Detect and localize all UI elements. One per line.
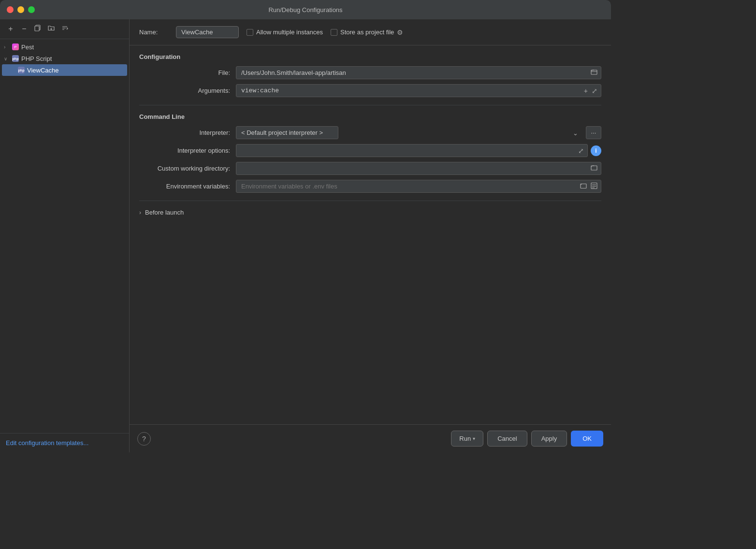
- allow-multiple-checkbox[interactable]: [247, 29, 253, 36]
- remove-icon: −: [22, 25, 26, 33]
- add-config-button[interactable]: +: [5, 23, 16, 35]
- arguments-label: Arguments:: [139, 87, 236, 94]
- gear-icon[interactable]: ⚙: [397, 29, 403, 36]
- interpreter-options-actions: ⤢: [577, 146, 585, 156]
- pest-icon: P: [12, 43, 19, 51]
- run-button-group: Run ▾: [451, 431, 483, 447]
- arguments-control: + ⤢: [236, 84, 601, 97]
- custom-working-dir-actions: [590, 163, 598, 173]
- edit-templates-link[interactable]: Edit configuration templates...: [6, 439, 88, 447]
- copy-config-button[interactable]: [32, 23, 44, 35]
- interpreter-label: Interpreter:: [139, 129, 236, 136]
- minimize-button[interactable]: [17, 6, 24, 13]
- interpreter-row: Interpreter: < Default project interpret…: [139, 126, 601, 139]
- file-row: File:: [139, 66, 601, 79]
- store-as-project-checkbox[interactable]: [331, 29, 337, 36]
- interpreter-options-label: Interpreter options:: [139, 147, 236, 154]
- sort-icon: [61, 25, 68, 33]
- before-launch-label: Before launch: [145, 209, 184, 216]
- env-list-button[interactable]: [590, 181, 598, 191]
- env-input-wrapper: [236, 180, 601, 193]
- file-input[interactable]: [236, 66, 601, 79]
- section-separator-2: [139, 201, 601, 201]
- custom-working-dir-input[interactable]: [236, 162, 601, 175]
- arguments-input-wrapper: + ⤢: [236, 84, 601, 97]
- arguments-input[interactable]: [236, 84, 601, 97]
- new-folder-button[interactable]: [45, 23, 57, 35]
- interpreter-select-wrapper: < Default project interpreter >: [236, 126, 583, 139]
- env-actions: [579, 181, 598, 191]
- run-button[interactable]: Run ▾: [451, 431, 483, 447]
- before-launch-section[interactable]: › Before launch: [139, 209, 601, 216]
- before-launch-chevron-icon: ›: [139, 209, 141, 216]
- config-header: Name: Allow multiple instances Store as …: [130, 19, 611, 45]
- main-content: + −: [0, 19, 611, 452]
- arguments-expand-button[interactable]: ⤢: [591, 86, 598, 96]
- interpreter-options-row: Interpreter options: ⤢ i: [139, 144, 601, 157]
- chevron-right-icon: ›: [4, 44, 10, 50]
- interpreter-select-row: < Default project interpreter > ···: [236, 126, 601, 139]
- section-separator-1: [139, 105, 601, 105]
- interpreter-options-input[interactable]: [236, 144, 588, 157]
- env-variables-input[interactable]: [236, 180, 601, 193]
- help-button[interactable]: ?: [137, 432, 151, 446]
- sidebar-item-php-script-group[interactable]: ∨ php PHP Script: [0, 53, 129, 64]
- interpreter-options-info-button[interactable]: i: [591, 145, 601, 156]
- interpreter-options-input-wrapper: ⤢: [236, 144, 588, 157]
- apply-button[interactable]: Apply: [531, 431, 567, 447]
- sidebar-items: › P Pest ∨ php PHP Script php ViewCache: [0, 39, 129, 433]
- custom-working-dir-row: Custom working directory:: [139, 162, 601, 175]
- title-bar: Run/Debug Configurations: [0, 0, 611, 19]
- config-body: Configuration File:: [130, 45, 611, 424]
- allow-multiple-group: Allow multiple instances: [247, 29, 323, 36]
- custom-working-dir-control: [236, 162, 601, 175]
- interpreter-options-expand-button[interactable]: ⤢: [577, 146, 585, 156]
- env-folder-button[interactable]: [579, 181, 588, 191]
- sidebar-item-viewcache[interactable]: php ViewCache: [2, 64, 127, 76]
- sort-button[interactable]: [59, 23, 71, 35]
- sidebar-toolbar: + −: [0, 19, 129, 39]
- interpreter-select[interactable]: < Default project interpreter >: [236, 126, 338, 139]
- cancel-button[interactable]: Cancel: [487, 431, 527, 447]
- env-variables-label: Environment variables:: [139, 183, 236, 190]
- viewcache-php-icon: php: [17, 66, 25, 74]
- file-browse-button[interactable]: [590, 68, 598, 78]
- name-label: Name:: [139, 29, 168, 36]
- viewcache-label: ViewCache: [27, 67, 59, 74]
- pest-group-label: Pest: [21, 43, 34, 51]
- sidebar: + −: [0, 19, 130, 452]
- env-variables-row: Environment variables:: [139, 180, 601, 193]
- name-input[interactable]: [176, 26, 239, 38]
- env-variables-control: [236, 180, 601, 193]
- chevron-down-icon: ∨: [4, 56, 10, 61]
- interpreter-options-control: ⤢ i: [236, 144, 601, 157]
- run-label: Run: [459, 435, 471, 442]
- store-as-project-label: Store as project file: [340, 29, 394, 36]
- file-input-actions: [590, 68, 598, 78]
- remove-config-button[interactable]: −: [18, 23, 30, 35]
- ok-button[interactable]: OK: [571, 431, 603, 447]
- interpreter-control: < Default project interpreter > ···: [236, 126, 601, 139]
- php-script-group-label: PHP Script: [21, 55, 52, 62]
- run-dropdown-icon: ▾: [473, 436, 475, 441]
- sidebar-item-pest[interactable]: › P Pest: [0, 41, 129, 53]
- allow-multiple-label: Allow multiple instances: [256, 29, 323, 36]
- file-label: File:: [139, 69, 236, 76]
- folder-icon: [48, 25, 55, 33]
- svg-rect-1: [35, 26, 39, 31]
- configuration-section-title: Configuration: [139, 53, 601, 60]
- window-title: Run/Debug Configurations: [268, 6, 342, 14]
- custom-working-dir-label: Custom working directory:: [139, 165, 236, 172]
- close-button[interactable]: [7, 6, 14, 13]
- add-icon: +: [8, 25, 13, 33]
- arguments-row: Arguments: + ⤢: [139, 84, 601, 97]
- custom-working-dir-browse-button[interactable]: [590, 163, 598, 173]
- arguments-add-button[interactable]: +: [583, 86, 589, 96]
- file-input-wrapper: [236, 66, 601, 79]
- file-control: [236, 66, 601, 79]
- interpreter-more-button[interactable]: ···: [586, 126, 601, 139]
- sidebar-footer: Edit configuration templates...: [0, 433, 129, 452]
- maximize-button[interactable]: [28, 6, 35, 13]
- php-script-group-icon: php: [12, 55, 19, 62]
- store-as-project-group: Store as project file ⚙: [331, 29, 403, 36]
